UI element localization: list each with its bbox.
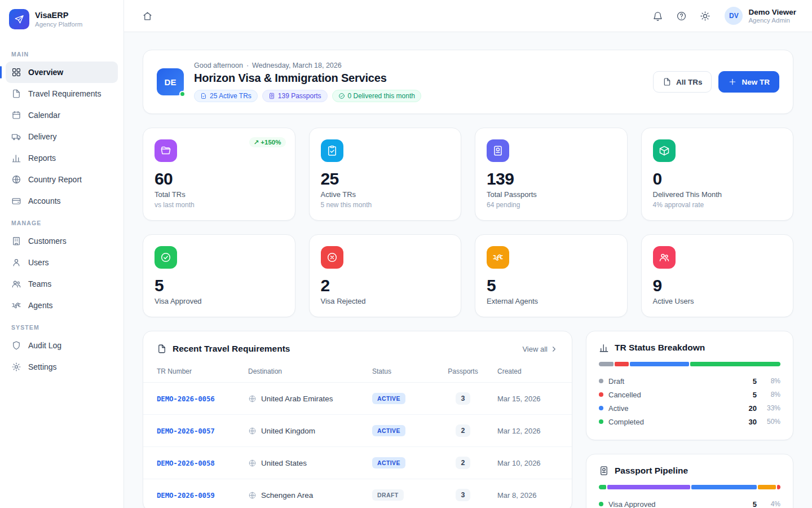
package-icon (653, 139, 676, 162)
truck-icon (11, 132, 21, 142)
table-row[interactable]: DEMO-2026-0058 United States ACTIVE 2 Ma… (143, 447, 572, 479)
app-window: VisaERP Agency Platform Main Overview Tr… (0, 0, 812, 508)
legend-percent: 4% (757, 500, 780, 508)
sidebar-item-audit-log[interactable]: Audit Log (6, 335, 118, 356)
legend-percent: 50% (757, 418, 780, 426)
legend-percent: 8% (757, 377, 780, 385)
tr-number[interactable]: DEMO-2026-0059 (157, 491, 215, 500)
sidebar-item-settings[interactable]: Settings (6, 356, 118, 378)
stats-row-1: ↗+150% 60 Total TRs vs last month 25 Act… (143, 128, 793, 221)
user-menu[interactable]: DV Demo Viewer Agency Admin (725, 7, 796, 25)
legend-value: 5 (753, 500, 757, 508)
sidebar-item-calendar[interactable]: Calendar (6, 104, 118, 126)
folder-icon (155, 139, 177, 162)
globe-icon (248, 395, 257, 403)
sidebar-item-teams[interactable]: Teams (6, 273, 118, 295)
pill-label: 139 Passports (278, 92, 321, 100)
stat-label: Delivered This Month (653, 190, 782, 199)
bar-segment-draft (599, 362, 614, 366)
help-button[interactable] (672, 6, 691, 25)
recent-trs-table: TR Number Destination Status Passports C… (143, 362, 572, 508)
legend-dot (599, 392, 603, 397)
stat-sub: 5 new this month (321, 201, 450, 209)
sidebar-item-customers[interactable]: Customers (6, 230, 118, 252)
check-circle-icon (155, 246, 177, 269)
view-all-label: View all (522, 345, 548, 353)
stat-value: 5 (155, 276, 284, 295)
table-row[interactable]: DEMO-2026-0056 United Arab Emirates ACTI… (143, 383, 572, 415)
separator-dot: · (246, 62, 249, 69)
new-tr-button[interactable]: New TR (718, 71, 779, 93)
legend-row-draft: Draft 5 8% (599, 374, 780, 388)
avatar: DV (725, 7, 743, 25)
trend-value: +150% (261, 139, 281, 146)
notifications-button[interactable] (648, 6, 667, 25)
theme-toggle-button[interactable] (695, 6, 714, 25)
tr-number[interactable]: DEMO-2026-0058 (157, 459, 215, 467)
sidebar-item-label: Audit Log (28, 341, 61, 350)
home-button[interactable] (138, 6, 157, 25)
bar-segment-red (777, 485, 780, 489)
stat-card-external-agents: 5 External Agents (475, 234, 628, 317)
all-trs-button[interactable]: All TRs (653, 71, 712, 93)
legend-label: Active (608, 404, 628, 413)
bar-segment-cancelled (615, 362, 629, 366)
tr-number[interactable]: DEMO-2026-0056 (157, 395, 215, 403)
stats-row-2: 5 Visa Approved 2 Visa Rejected 5 Extern… (143, 234, 793, 317)
table-row[interactable]: DEMO-2026-0059 Schengen Area DRAFT 3 Mar… (143, 479, 572, 508)
sidebar-item-travel-requirements[interactable]: Travel Requirements (6, 83, 118, 104)
sidebar-item-users[interactable]: Users (6, 252, 118, 273)
bar-chart-icon (11, 153, 21, 163)
sidebar-item-label: Settings (28, 362, 57, 371)
stat-label: Visa Rejected (321, 297, 450, 305)
document-check-icon (321, 139, 343, 162)
active-trs-pill: 25 Active TRs (194, 90, 258, 102)
bar-segment-amber (758, 485, 776, 489)
sidebar-item-label: Agents (28, 301, 53, 310)
nav-section-main: Main (11, 51, 112, 58)
sidebar-item-agents[interactable]: Agents (6, 295, 118, 316)
sidebar-item-label: Users (28, 258, 49, 267)
sidebar-item-label: Customers (28, 237, 67, 246)
legend-value: 20 (749, 404, 757, 413)
stat-card-active-users: 9 Active Users (641, 234, 794, 317)
stat-value: 60 (155, 169, 284, 189)
stat-value: 139 (487, 169, 616, 189)
chevron-right-icon (550, 345, 558, 353)
bell-icon (652, 11, 663, 21)
tr-number[interactable]: DEMO-2026-0057 (157, 427, 215, 435)
tr-status-legend: Draft 5 8% Cancelled 5 8% (599, 374, 780, 428)
stat-card-delivered: 0 Delivered This Month 4% approval rate (641, 128, 794, 221)
pill-label: 25 Active TRs (210, 92, 251, 100)
stat-label: External Agents (487, 297, 616, 305)
sidebar-item-reports[interactable]: Reports (6, 147, 118, 169)
destination: Schengen Area (261, 491, 313, 500)
stat-sub: vs last month (155, 201, 284, 209)
pill-label: 0 Delivered this month (348, 92, 415, 100)
app-logo-icon (9, 9, 29, 29)
sidebar-item-country-report[interactable]: Country Report (6, 169, 118, 190)
sidebar: VisaERP Agency Platform Main Overview Tr… (0, 0, 124, 508)
stat-value: 0 (653, 169, 782, 189)
right-column: TR Status Breakdown Draft (586, 331, 793, 508)
globe-icon (248, 427, 257, 435)
created-date: Mar 12, 2026 (497, 427, 541, 435)
view-all-link[interactable]: View all (522, 345, 558, 353)
bar-chart-icon (599, 343, 609, 353)
document-check-icon (200, 93, 207, 99)
stat-value: 2 (321, 276, 450, 295)
stat-value: 5 (487, 276, 616, 295)
destination: United Arab Emirates (261, 395, 333, 403)
table-row[interactable]: DEMO-2026-0057 United Kingdom ACTIVE 2 M… (143, 415, 572, 447)
legend-percent: 33% (757, 404, 780, 412)
app-name: VisaERP (35, 11, 82, 20)
sidebar-item-accounts[interactable]: Accounts (6, 190, 118, 212)
home-icon (142, 11, 153, 21)
nav-section-system: System (11, 324, 112, 331)
sidebar-item-delivery[interactable]: Delivery (6, 126, 118, 147)
legend-percent: 8% (757, 391, 780, 398)
legend-row-completed: Completed 30 50% (599, 415, 780, 428)
online-status-dot (179, 91, 186, 97)
sidebar-item-overview[interactable]: Overview (6, 62, 118, 83)
grid-icon (11, 67, 21, 77)
